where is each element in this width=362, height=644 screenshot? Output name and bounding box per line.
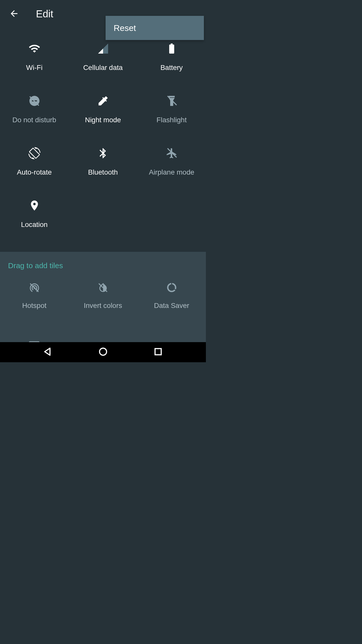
tile-label: Battery [160, 64, 183, 72]
drag-section: Drag to add tiles Hotspot Invert colors … [0, 252, 206, 343]
active-tiles-grid: Wi-Fi Cellular data Battery Do not distu… [0, 43, 206, 252]
back-button[interactable] [0, 0, 28, 28]
hotspot-off-icon [29, 282, 40, 293]
tile-datasaver[interactable]: Data Saver [137, 282, 206, 325]
tile-label: Hotspot [22, 302, 47, 310]
svg-point-0 [100, 348, 107, 355]
tile-label: Do not disturb [12, 116, 56, 124]
tile-label: Flashlight [157, 116, 187, 124]
tile-label: Airplane mode [149, 168, 194, 176]
page-title: Edit [36, 8, 53, 20]
airplane-off-icon [166, 147, 178, 159]
tile-label: Data Saver [154, 302, 189, 310]
tile-label: Invert colors [84, 302, 122, 310]
tile-label: Cellular data [83, 64, 123, 72]
eyedropper-icon [97, 95, 109, 107]
tile-flashlight[interactable]: Flashlight [137, 95, 206, 147]
tile-label: Bluetooth [88, 168, 118, 176]
wifi-icon [28, 43, 40, 55]
available-tiles-grid: Hotspot Invert colors Data Saver [0, 282, 206, 325]
reset-menu-item[interactable]: Reset [106, 16, 204, 40]
tile-label: Auto-rotate [17, 168, 52, 176]
tile-battery[interactable]: Battery [137, 43, 206, 95]
arrow-back-icon [9, 9, 19, 20]
tile-hotspot[interactable]: Hotspot [0, 282, 69, 325]
tile-airplane[interactable]: Airplane mode [137, 147, 206, 199]
tile-wifi[interactable]: Wi-Fi [0, 43, 69, 95]
tile-invert[interactable]: Invert colors [69, 282, 137, 325]
tile-location[interactable]: Location [0, 199, 69, 252]
drag-header: Drag to add tiles [0, 261, 206, 270]
rotate-icon [28, 147, 40, 159]
nav-home-button[interactable] [96, 345, 111, 360]
tile-cellular[interactable]: Cellular data [69, 43, 137, 95]
datasaver-icon [166, 282, 177, 293]
tile-label: Wi-Fi [26, 64, 42, 72]
tile-label: Night mode [85, 116, 121, 124]
nav-back-button[interactable] [40, 345, 55, 360]
tile-nightmode[interactable]: Night mode [69, 95, 137, 147]
circle-home-icon [98, 346, 108, 358]
triangle-back-icon [42, 346, 53, 358]
tile-label: Location [21, 221, 48, 229]
nav-recent-button[interactable] [151, 345, 166, 360]
signal-icon [97, 43, 109, 55]
bluetooth-icon [97, 147, 109, 159]
flashlight-off-icon [166, 95, 178, 107]
tile-autorotate[interactable]: Auto-rotate [0, 147, 69, 199]
battery-icon [166, 43, 178, 55]
tile-dnd[interactable]: Do not disturb [0, 95, 69, 147]
svg-rect-1 [155, 349, 161, 355]
dnd-off-icon [28, 95, 40, 107]
location-pin-icon [28, 199, 40, 212]
system-navbar [0, 342, 206, 362]
reset-label: Reset [114, 23, 136, 33]
square-recent-icon [153, 346, 163, 358]
invert-colors-off-icon [98, 282, 109, 293]
tile-bluetooth[interactable]: Bluetooth [69, 147, 137, 199]
